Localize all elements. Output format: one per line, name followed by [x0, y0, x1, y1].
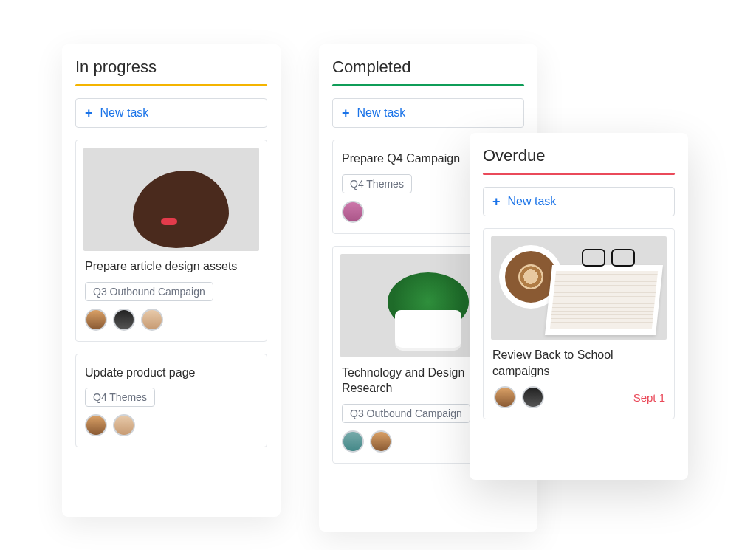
plus-icon: + [85, 106, 93, 120]
task-thumbnail [83, 148, 259, 251]
task-card[interactable]: Prepare article design assets Q3 Outboun… [75, 140, 267, 342]
new-task-label: New task [100, 106, 149, 120]
column-divider [332, 84, 524, 86]
avatar[interactable] [522, 386, 544, 408]
new-task-label: New task [357, 106, 406, 120]
task-tag[interactable]: Q3 Outbound Campaign [342, 404, 470, 423]
task-avatars [83, 309, 259, 331]
avatar[interactable] [113, 414, 135, 436]
avatar[interactable] [113, 309, 135, 331]
task-title: Prepare article design assets [85, 258, 258, 275]
plus-icon: + [342, 106, 350, 120]
task-tag[interactable]: Q3 Outbound Campaign [85, 282, 213, 301]
task-avatars [492, 386, 546, 408]
new-task-button[interactable]: + New task [332, 98, 524, 128]
column-divider [75, 84, 267, 86]
avatar[interactable] [342, 430, 364, 453]
column-divider [483, 173, 675, 175]
column-title: Completed [332, 58, 524, 77]
task-tag[interactable]: Q4 Themes [342, 174, 412, 193]
column-title: Overdue [483, 146, 675, 165]
new-task-button[interactable]: + New task [483, 187, 675, 216]
avatar[interactable] [85, 309, 107, 331]
avatar[interactable] [370, 430, 392, 453]
new-task-label: New task [508, 195, 557, 208]
task-title: Review Back to School campaigns [492, 347, 665, 379]
new-task-button[interactable]: + New task [75, 98, 267, 128]
avatar[interactable] [85, 414, 107, 436]
task-thumbnail [491, 236, 667, 340]
column-overdue: Overdue + New task Review Back to School… [470, 133, 688, 480]
column-in-progress: In progress + New task Prepare article d… [62, 44, 281, 517]
task-tag[interactable]: Q4 Themes [85, 388, 155, 407]
kanban-board: In progress + New task Prepare article d… [0, 0, 756, 550]
task-avatars [83, 414, 259, 436]
column-title: In progress [75, 58, 267, 77]
task-card[interactable]: Review Back to School campaigns Sept 1 [483, 228, 675, 419]
task-due-date: Sept 1 [633, 391, 665, 404]
task-card[interactable]: Update product page Q4 Themes [75, 354, 267, 448]
avatar[interactable] [342, 201, 364, 223]
avatar[interactable] [141, 309, 163, 331]
plus-icon: + [492, 195, 501, 208]
avatar[interactable] [494, 386, 516, 408]
task-title: Update product page [85, 365, 258, 381]
